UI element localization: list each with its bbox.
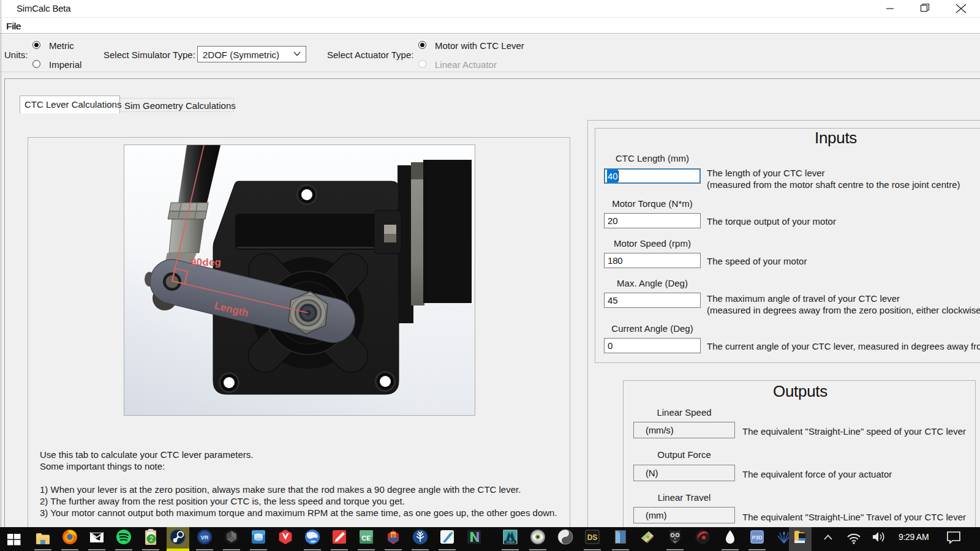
svg-text:CE: CE: [361, 534, 371, 542]
svg-text:2: 2: [149, 536, 153, 542]
svg-text:DS: DS: [587, 533, 598, 542]
svg-text:maya: maya: [506, 540, 514, 544]
svg-text:VR: VR: [201, 534, 209, 541]
svg-text:9:29 AM: 9:29 AM: [899, 532, 929, 542]
svg-text:P3D: P3D: [752, 534, 763, 541]
svg-text:90deg: 90deg: [190, 257, 221, 268]
